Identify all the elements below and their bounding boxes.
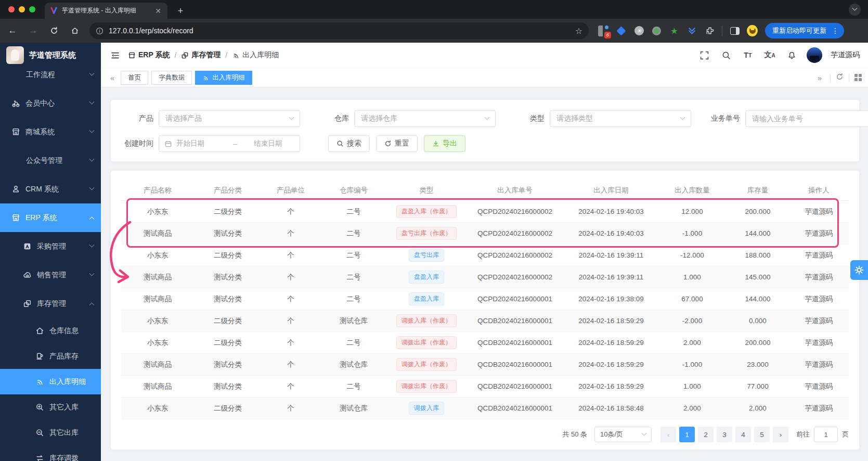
theme-settings-button[interactable] xyxy=(850,260,868,280)
extension-chevrons-icon[interactable] xyxy=(686,25,697,36)
sidebar-item-sale[interactable]: 销售管理 xyxy=(0,261,101,289)
pagination-total: 共 50 条 xyxy=(562,430,587,439)
bell-icon[interactable] xyxy=(785,48,798,62)
language-icon[interactable]: 文A xyxy=(763,48,776,62)
minimize-window-button[interactable] xyxy=(19,6,25,12)
pagination: 共 50 条 10条/页 ‹ 1 2 3 4 5 › 前往 页 xyxy=(121,427,849,442)
chevron-down-icon xyxy=(89,71,95,76)
search-button[interactable]: 搜索 xyxy=(328,135,370,152)
scroll-tabs-left-icon[interactable]: « xyxy=(107,73,118,82)
table-header: 产品名称 产品分类 产品单位 仓库编号 类型 出入库单号 出入库日期 出入库数量… xyxy=(121,180,849,201)
cell-operator: 芋道源码 xyxy=(789,273,849,282)
chevron-down-icon xyxy=(642,430,647,436)
extension-grid-icon[interactable]: 6 xyxy=(598,25,609,36)
page-2-button[interactable]: 2 xyxy=(698,427,714,442)
search-icon[interactable] xyxy=(719,48,733,62)
cell-unit: 个 xyxy=(262,316,320,326)
bookmark-star-icon[interactable]: ☆ xyxy=(575,26,582,36)
sidebar-item-warehouse-info[interactable]: 仓库信息 xyxy=(0,318,101,343)
new-tab-button[interactable]: + xyxy=(174,4,187,18)
browser-update-button[interactable]: 重新启动即可更新 ⋮ xyxy=(765,23,844,39)
browser-menu-icon[interactable]: ⋮ xyxy=(830,27,841,35)
page-4-button[interactable]: 4 xyxy=(735,427,751,442)
export-button[interactable]: 导出 xyxy=(424,135,465,152)
table-row: 小东东 二级分类 个 二号 盘盈入库（作废） QCPD2024021600000… xyxy=(121,201,849,223)
reset-button[interactable]: 重置 xyxy=(376,135,418,152)
cell-type: 盘盈入库 xyxy=(387,271,465,283)
goto-page-input[interactable] xyxy=(814,427,838,442)
app-logo[interactable]: 芋道管理系统 xyxy=(0,43,101,68)
cell-warehouse: 二号 xyxy=(320,229,387,238)
extension-star-icon[interactable]: ★ xyxy=(669,25,680,36)
warehouse-select[interactable]: 请选择仓库 xyxy=(354,110,496,127)
filter-bizno: 业务单号 xyxy=(708,110,868,127)
home-icon[interactable] xyxy=(67,22,83,39)
page-size-select[interactable]: 10条/页 xyxy=(594,427,652,442)
tab-home[interactable]: 首页 xyxy=(121,71,148,85)
tab-dict-data[interactable]: 字典数据 xyxy=(151,71,192,85)
sidebar-item-member[interactable]: 会员中心 xyxy=(0,89,101,118)
filter-create-time: 创建时间 开始日期 – 结束日期 xyxy=(121,135,300,152)
cell-category: 二级分类 xyxy=(194,338,262,348)
collapse-sidebar-icon[interactable] xyxy=(107,47,123,63)
cell-no: QCPD20240216000002 xyxy=(465,208,564,215)
site-info-icon[interactable] xyxy=(96,27,103,35)
download-icon xyxy=(432,140,439,147)
close-window-button[interactable] xyxy=(8,6,15,12)
product-select[interactable]: 请选择产品 xyxy=(159,110,300,127)
browser-tab-title: 芋道管理系统 - 出入库明细 xyxy=(62,6,150,15)
extension-green-dot-icon[interactable] xyxy=(651,25,662,36)
sidebar-item-purchase[interactable]: 采购管理 xyxy=(0,232,101,261)
next-page-button[interactable]: › xyxy=(773,427,788,442)
extensions-puzzle-icon[interactable] xyxy=(704,25,715,36)
reload-icon[interactable] xyxy=(46,22,62,39)
address-bar[interactable]: 127.0.0.1/erp/stock/record ☆ xyxy=(89,22,589,39)
page-1-button[interactable]: 1 xyxy=(679,427,695,442)
sidebar-item-crm[interactable]: CRM 系统 xyxy=(0,175,101,203)
date-range-picker[interactable]: 开始日期 – 结束日期 xyxy=(159,135,300,152)
type-select[interactable]: 请选择类型 xyxy=(550,110,691,127)
tab-stock-record[interactable]: 出入库明细 xyxy=(195,71,252,85)
cell-unit: 个 xyxy=(262,404,320,413)
refresh-tab-icon[interactable] xyxy=(836,73,844,83)
sidebar-item-other-out[interactable]: 其它出库 xyxy=(0,420,101,445)
profile-avatar-emoji[interactable] xyxy=(747,25,758,36)
sidebar-item-stock-record[interactable]: 出入库明细 xyxy=(0,369,101,394)
breadcrumb-erp[interactable]: ERP 系统 xyxy=(128,50,170,60)
filter-product: 产品 请选择产品 xyxy=(121,110,300,127)
sidebar-item-mall[interactable]: 商城系统 xyxy=(0,118,101,146)
tab-close-icon[interactable]: ✕ xyxy=(154,7,162,15)
sidebar-item-erp[interactable]: ERP 系统 xyxy=(0,203,101,232)
cell-date: 2024-02-16 18:59:29 xyxy=(564,382,658,390)
sidebar-item-other-in[interactable]: 其它入库 xyxy=(0,394,101,420)
user-avatar[interactable] xyxy=(807,47,822,63)
extension-disc-icon[interactable]: ✳ xyxy=(633,25,644,36)
sidebar-item-stock-move[interactable]: 库存调拨 xyxy=(0,445,101,461)
cell-date: 2024-02-16 19:39:11 xyxy=(564,251,658,259)
type-badge: 调拨出库（作废） xyxy=(396,336,457,349)
cell-category: 二级分类 xyxy=(194,316,262,326)
scroll-tabs-right-icon[interactable]: » xyxy=(814,73,825,82)
cell-warehouse: 测试仓库 xyxy=(320,404,387,413)
forward-icon[interactable]: → xyxy=(25,22,42,39)
tab-search-button[interactable] xyxy=(849,4,861,16)
product-label: 产品 xyxy=(121,114,153,123)
sidebar-item-product-stock[interactable]: 产品库存 xyxy=(0,343,101,369)
page-3-button[interactable]: 3 xyxy=(717,427,732,442)
cell-stock: 200.000 xyxy=(727,339,789,347)
breadcrumb-stock[interactable]: 库存管理 xyxy=(181,50,221,60)
sidebar-item-mp[interactable]: 公众号管理 xyxy=(0,146,101,175)
back-icon[interactable]: ← xyxy=(4,22,21,39)
col-product: 产品名称 xyxy=(121,186,194,195)
browser-tab[interactable]: 芋道管理系统 - 出入库明细 ✕ xyxy=(45,3,167,19)
layout-grid-icon[interactable] xyxy=(854,74,862,81)
fullscreen-icon[interactable] xyxy=(697,48,711,62)
font-size-icon[interactable]: TT xyxy=(741,48,755,62)
bizno-input[interactable] xyxy=(745,110,868,127)
maximize-window-button[interactable] xyxy=(29,6,35,12)
page-5-button[interactable]: 5 xyxy=(754,427,770,442)
side-panel-icon[interactable] xyxy=(729,25,740,36)
prev-page-button[interactable]: ‹ xyxy=(660,427,676,442)
extension-gem-icon[interactable] xyxy=(616,25,627,36)
sidebar-item-stock[interactable]: 库存管理 xyxy=(0,289,101,318)
